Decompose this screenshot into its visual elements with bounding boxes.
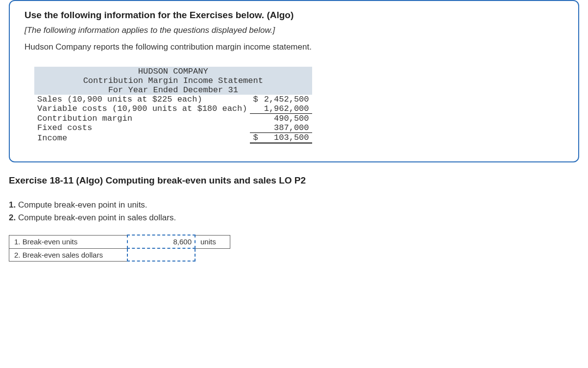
exercise-title: Exercise 18-11 (Algo) Computing break-ev… [9,175,579,186]
answer-row-2-label: 2. Break-even sales dollars [9,248,128,261]
question-1: Compute break-even point in units. [18,200,147,210]
stmt-row-label: Income [34,133,250,143]
answer-row-1-unit: units [195,235,230,248]
stmt-company: HUDSON COMPANY [34,67,312,76]
answer-row-2-unit [195,248,230,261]
stmt-row-amount: 103,500 [261,133,312,143]
break-even-sales-input[interactable] [127,248,195,261]
info-italic-note: [The following information applies to th… [24,26,564,35]
stmt-row-cur: $ [250,95,261,104]
stmt-row-amount: 1,962,000 [261,104,312,114]
stmt-row-label: Sales (10,900 units at $225 each) [34,95,250,104]
info-body: Hudson Company reports the following con… [24,42,564,52]
stmt-subtitle: Contribution Margin Income Statement [34,76,312,85]
info-box: Use the following information for the Ex… [9,0,579,162]
stmt-row-amount: 387,000 [261,123,312,133]
stmt-row-amount: 2,452,500 [261,95,312,104]
stmt-row-label: Fixed costs [34,123,250,133]
question-2: Compute break-even point in sales dollar… [18,213,176,222]
stmt-row-cur [250,114,261,124]
income-statement: HUDSON COMPANY Contribution Margin Incom… [34,67,564,144]
stmt-row-amount: 490,500 [261,114,312,124]
question-list: 1. Compute break-even point in units. 2.… [9,199,579,224]
stmt-row-cur [250,123,261,133]
stmt-row-cur [250,104,261,114]
stmt-row-label: Contribution margin [34,114,250,124]
stmt-row-label: Variable costs (10,900 units at $180 eac… [34,104,250,114]
answer-row-1-label: 1. Break-even units [9,235,128,248]
info-title: Use the following information for the Ex… [24,10,564,21]
answer-table: 1. Break-even units 8,600 units 2. Break… [9,235,230,262]
stmt-period: For Year Ended December 31 [34,85,312,95]
break-even-units-input[interactable]: 8,600 [127,235,195,248]
stmt-row-cur: $ [250,133,261,143]
